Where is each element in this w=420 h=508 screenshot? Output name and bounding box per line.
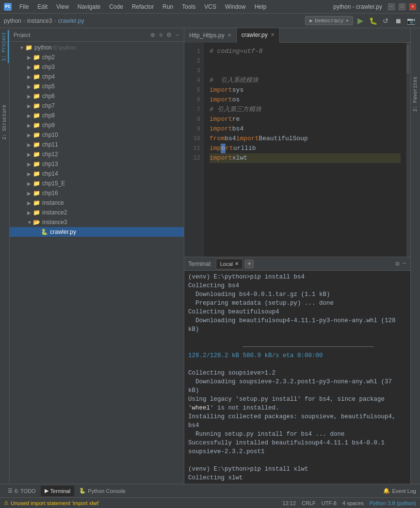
terminal-line: Downloading soupsieve-2.3.2.post1-py3-no… <box>188 377 406 395</box>
tree-item-chp12[interactable]: ▶📁chp12 <box>10 149 184 159</box>
coverage-button[interactable]: 📷 <box>405 16 416 26</box>
panel-tab-project[interactable]: 1: Project <box>0 30 9 63</box>
terminal-area: Terminal: Local ✕ + ⚙ − (venv) E:\python… <box>184 257 410 484</box>
left-panel-tabs: 1: Project 2: Structure <box>0 28 10 484</box>
tree-item-chp16[interactable]: ▶📁chp16 <box>10 188 184 198</box>
line-ending[interactable]: CRLF <box>302 500 316 506</box>
debug-button[interactable]: 🐛 <box>368 16 378 26</box>
tree-item-chp7[interactable]: ▶📁chp7 <box>10 101 184 111</box>
terminal-content[interactable]: (venv) E:\python>pip install bs4 Collect… <box>184 271 410 484</box>
tab-terminal[interactable]: ▶ Terminal <box>41 486 75 496</box>
menu-edit[interactable]: Edit <box>33 2 51 11</box>
tree-item-chp5[interactable]: ▶📁chp5 <box>10 82 184 91</box>
sidebar-close-icon[interactable]: − <box>175 31 180 39</box>
tree-item-chp10[interactable]: ▶📁chp10 <box>10 130 184 140</box>
folder-icon: 📁 <box>33 83 41 90</box>
tree-item-python[interactable]: ▼ 📁 python E:\python <box>10 43 184 52</box>
stop-button[interactable]: ⏹ <box>393 16 404 26</box>
python-version[interactable]: Python 3.8 (python) <box>370 500 416 506</box>
tab-http-label: Http_Https.py <box>189 32 225 39</box>
menu-code[interactable]: Code <box>105 2 127 11</box>
tab-http-https[interactable]: Http_Https.py ✕ <box>184 28 237 43</box>
favorites-label[interactable]: 2: Favorites <box>413 77 418 112</box>
tree-label: chp12 <box>42 151 58 158</box>
folder-icon: 📁 <box>33 161 41 167</box>
tab-http-close[interactable]: ✕ <box>227 33 231 38</box>
tree-item-instance3[interactable]: ▼📂instance3 <box>10 217 184 227</box>
terminal-add-button[interactable]: + <box>245 260 254 268</box>
sidebar-settings-icon[interactable]: ⚙ <box>165 31 173 39</box>
close-button[interactable]: ✕ <box>409 3 416 10</box>
event-log-label[interactable]: 🔔 Event Log <box>383 488 416 494</box>
sidebar-locate-icon[interactable]: ⊕ <box>149 31 156 39</box>
run-button[interactable]: ▶ <box>355 16 366 26</box>
tab-crawler-close[interactable]: ✕ <box>271 32 275 37</box>
tree-label: chp5 <box>42 83 55 90</box>
tree-arrow: ▼ <box>27 220 33 225</box>
tab-python-console[interactable]: 🐍 Python Console <box>75 486 129 496</box>
tree-arrow: ▶ <box>27 65 33 70</box>
tab-crawler[interactable]: crawler.py ✕ <box>237 28 280 43</box>
menu-run[interactable]: Run <box>159 2 177 11</box>
nav-bar: python › instance3 › crawler.py ▶ Democr… <box>0 14 420 28</box>
menu-view[interactable]: View <box>52 2 73 11</box>
run-config-selector[interactable]: ▶ Democracy ▾ <box>305 16 353 25</box>
code-content[interactable]: # coding=utf-8 # 引入系统模块 import sys impor… <box>204 43 406 257</box>
python-file-icon: 🐍 <box>41 229 48 235</box>
menu-vcs[interactable]: VCS <box>200 2 220 11</box>
terminal-tab-local[interactable]: Local ✕ <box>216 259 243 269</box>
tree-item-chp6[interactable]: ▶📁chp6 <box>10 91 184 101</box>
tree-label: chp16 <box>42 190 58 197</box>
tree-item-instance[interactable]: ▶📁instance <box>10 198 184 208</box>
menu-window[interactable]: Window <box>221 2 250 11</box>
tab-todo[interactable]: ☰ 6: TODO <box>4 486 40 496</box>
breadcrumb-file[interactable]: crawler.py <box>58 17 84 24</box>
tree-item-chp14[interactable]: ▶📁chp14 <box>10 169 184 179</box>
panel-tab-structure[interactable]: 2: Structure <box>1 103 8 142</box>
folder-icon: 📁 <box>33 112 41 119</box>
tree-item-chp11[interactable]: ▶📁chp11 <box>10 140 184 149</box>
tree-item-chp8[interactable]: ▶📁chp8 <box>10 111 184 120</box>
code-line-6: import os <box>210 95 401 105</box>
terminal-line <box>188 456 406 465</box>
tree-item-chp4[interactable]: ▶📁chp4 <box>10 72 184 82</box>
maximize-button[interactable]: □ <box>399 3 405 10</box>
folder-icon: 📁 <box>33 209 41 216</box>
breadcrumb-python[interactable]: python <box>4 17 21 24</box>
run-config-label: Democracy <box>315 18 343 24</box>
tree-label: chp11 <box>42 141 58 148</box>
menu-refactor[interactable]: Refactor <box>128 2 158 11</box>
breadcrumb-instance3[interactable]: instance3 <box>27 17 52 24</box>
tree-item-chp2[interactable]: ▶📁chp2 <box>10 52 184 62</box>
tree-item-crawlerpy[interactable]: 🐍crawler.py <box>10 227 184 237</box>
sidebar-title: Project <box>14 32 149 38</box>
main-content: 1: Project 2: Structure Project ⊕ ≡ ⚙ − … <box>0 28 420 484</box>
breadcrumb: python › instance3 › crawler.py <box>4 17 84 24</box>
menu-help[interactable]: Help <box>251 2 271 11</box>
menu-file[interactable]: File <box>16 2 32 11</box>
terminal-settings-icon[interactable]: ⚙ <box>395 260 399 268</box>
tree-item-chp15e[interactable]: ▶📁chp15_E <box>10 179 184 188</box>
sidebar-collapse-icon[interactable]: ≡ <box>158 31 163 39</box>
tree-item-instance2[interactable]: ▶📁instance2 <box>10 208 184 217</box>
folder-icon: 📁 <box>33 199 41 206</box>
editor-area: Http_Https.py ✕ crawler.py ✕ 123456 7891… <box>184 28 410 257</box>
menu-navigate[interactable]: Navigate <box>74 2 104 11</box>
code-line-4: # 引入系统模块 <box>210 76 401 85</box>
folder-icon: 📁 <box>33 54 41 61</box>
encoding[interactable]: UTF-8 <box>322 500 337 506</box>
status-warning[interactable]: ⚠ Unused import statement 'import xlwt' <box>4 500 281 506</box>
minimize-button[interactable]: − <box>388 3 395 10</box>
terminal-minimize-icon[interactable]: − <box>403 260 406 268</box>
terminal-tab-close[interactable]: ✕ <box>235 261 239 266</box>
editor-scrollbar[interactable] <box>406 43 410 257</box>
indent[interactable]: 4 spaces <box>342 500 364 506</box>
reload-button[interactable]: ↺ <box>380 16 391 26</box>
tree-item-chp3[interactable]: ▶📁chp3 <box>10 62 184 72</box>
menu-tools[interactable]: Tools <box>178 2 199 11</box>
python-console-icon: 🐍 <box>79 488 86 494</box>
terminal-icon: ▶ <box>45 488 48 494</box>
tree-item-chp13[interactable]: ▶📁chp13 <box>10 159 184 169</box>
tree-arrow: ▶ <box>27 142 33 147</box>
tree-item-chp9[interactable]: ▶📁chp9 <box>10 120 184 130</box>
